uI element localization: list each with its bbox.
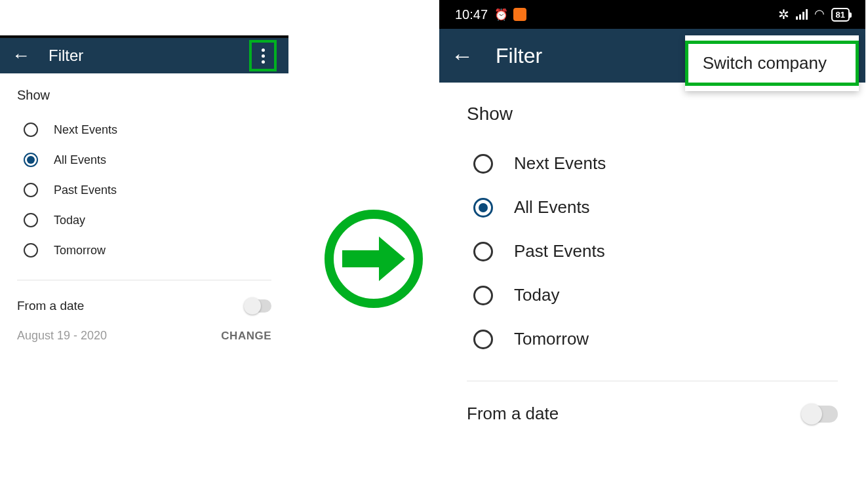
back-arrow-icon[interactable]: ← xyxy=(451,43,473,69)
selected-date-text: August 19 - 2020 xyxy=(17,329,107,343)
radio-label: Today xyxy=(54,214,85,227)
wifi-icon: ◠ xyxy=(814,7,825,21)
phone-screenshot-left: ← Filter Show Next Events All Events Pas… xyxy=(0,35,288,343)
date-row: August 19 - 2020 CHANGE xyxy=(17,324,271,343)
radio-label: Today xyxy=(514,285,559,305)
signal-icon xyxy=(796,9,808,20)
back-arrow-icon[interactable]: ← xyxy=(12,45,30,66)
battery-percent: 81 xyxy=(836,10,845,20)
bluetooth-icon: ✲ xyxy=(778,7,789,22)
filter-content: Show Next Events All Events Past Events … xyxy=(439,83,865,434)
from-a-date-row: From a date xyxy=(467,400,838,434)
status-time: 10:47 xyxy=(455,7,488,22)
radio-row-today[interactable]: Today xyxy=(17,205,271,235)
app-bar-title: Filter xyxy=(49,47,83,65)
alarm-icon: ⏰ xyxy=(494,8,508,22)
transition-arrow-icon xyxy=(325,210,423,308)
battery-icon: 81 xyxy=(831,8,850,22)
radio-label: All Events xyxy=(54,153,106,167)
radio-icon xyxy=(24,153,38,167)
status-bar: 10:47 ⏰ ✲ ◠ 81 xyxy=(439,0,865,29)
menu-item-switch-company[interactable]: Switch company xyxy=(685,41,859,86)
overflow-menu-popup: Switch company xyxy=(685,35,859,91)
app-bar-title: Filter xyxy=(496,44,542,68)
radio-row-next-events[interactable]: Next Events xyxy=(467,142,838,185)
overflow-menu-icon[interactable] xyxy=(262,48,265,64)
radio-label: Past Events xyxy=(514,241,605,261)
radio-icon xyxy=(24,243,38,258)
divider xyxy=(17,280,271,280)
radio-icon xyxy=(24,183,38,197)
radio-icon xyxy=(473,154,493,174)
radio-row-next-events[interactable]: Next Events xyxy=(17,115,271,145)
radio-label: Next Events xyxy=(54,123,117,137)
radio-row-all-events[interactable]: All Events xyxy=(467,185,838,229)
app-bar: ← Filter xyxy=(0,35,288,73)
from-a-date-label: From a date xyxy=(467,404,559,424)
radio-icon xyxy=(24,213,38,227)
app-bar: ← Filter Switch company xyxy=(439,29,865,83)
show-section-label: Show xyxy=(17,88,271,103)
from-a-date-toggle[interactable] xyxy=(802,406,838,423)
radio-icon xyxy=(473,242,493,261)
radio-icon xyxy=(473,330,493,349)
divider xyxy=(467,381,838,381)
show-section-label: Show xyxy=(467,104,838,124)
filter-content: Show Next Events All Events Past Events … xyxy=(0,73,288,343)
radio-label: Tomorrow xyxy=(54,244,106,258)
overflow-menu-highlight xyxy=(249,40,277,71)
radio-icon xyxy=(473,286,493,305)
phone-screenshot-right: 10:47 ⏰ ✲ ◠ 81 ← Filter Switch company S… xyxy=(439,0,865,434)
radio-row-today[interactable]: Today xyxy=(467,273,838,317)
change-date-button[interactable]: CHANGE xyxy=(221,330,271,343)
radio-row-past-events[interactable]: Past Events xyxy=(467,229,838,273)
radio-row-tomorrow[interactable]: Tomorrow xyxy=(17,235,271,265)
from-a-date-row: From a date xyxy=(17,295,271,324)
radio-label: All Events xyxy=(514,197,590,218)
from-a-date-label: From a date xyxy=(17,299,84,313)
radio-row-all-events[interactable]: All Events xyxy=(17,145,271,175)
radio-icon xyxy=(473,198,493,218)
app-indicator-icon xyxy=(513,8,526,21)
radio-label: Next Events xyxy=(514,153,606,174)
radio-icon xyxy=(24,123,38,137)
radio-label: Tomorrow xyxy=(514,329,589,349)
radio-row-past-events[interactable]: Past Events xyxy=(17,175,271,205)
from-a-date-toggle[interactable] xyxy=(245,299,271,313)
radio-label: Past Events xyxy=(54,183,117,197)
radio-row-tomorrow[interactable]: Tomorrow xyxy=(467,317,838,361)
